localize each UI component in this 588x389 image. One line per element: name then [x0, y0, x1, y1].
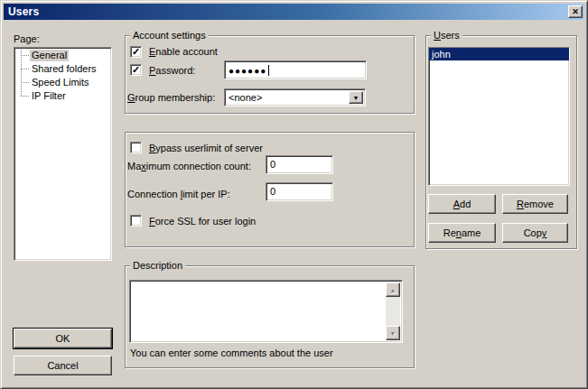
- dropdown-button[interactable]: ▼: [349, 91, 363, 104]
- password-label[interactable]: Password:: [149, 65, 195, 77]
- page-item-speed-limits[interactable]: Speed Limits: [16, 76, 109, 89]
- page-tree[interactable]: General Shared folders Speed Limits IP F…: [14, 47, 112, 261]
- description-hint: You can enter some comments about the us…: [130, 347, 333, 359]
- copy-button[interactable]: Copy: [502, 223, 568, 243]
- group-membership-select[interactable]: <none> ▼: [224, 88, 366, 107]
- max-connection-input[interactable]: 0: [266, 155, 333, 174]
- tree-item-label: General: [30, 50, 69, 61]
- max-connection-value: 0: [270, 159, 275, 171]
- check-icon: ✓: [132, 48, 140, 56]
- bypass-userlimit-checkbox[interactable]: [130, 142, 142, 153]
- password-input[interactable]: ●●●●●●: [224, 60, 367, 79]
- text-caret: [268, 65, 269, 76]
- page-item-general[interactable]: General: [16, 49, 109, 62]
- titlebar: Users ✕: [4, 4, 584, 20]
- password-checkbox[interactable]: ✓: [130, 64, 142, 76]
- password-masked-text: ●●●●●●: [229, 65, 266, 77]
- add-button[interactable]: Add: [428, 194, 496, 214]
- page-item-ip-filter[interactable]: IP Filter: [16, 89, 109, 103]
- close-button[interactable]: ✕: [568, 5, 583, 18]
- bypass-userlimit-label[interactable]: Bypass userlimit of server: [149, 143, 263, 154]
- close-icon: ✕: [572, 7, 579, 16]
- cancel-button[interactable]: Cancel: [14, 356, 112, 375]
- window-title: Users: [8, 5, 39, 18]
- enable-account-label[interactable]: Enable account: [149, 46, 218, 58]
- ip-limit-label: Connection limit per IP:: [127, 189, 230, 200]
- account-settings-title: Account settings: [130, 30, 209, 42]
- scroll-down-icon: ▼: [390, 330, 397, 337]
- chevron-down-icon: ▼: [353, 95, 359, 101]
- ip-limit-value: 0: [270, 186, 275, 198]
- scroll-up-button[interactable]: ▲: [386, 282, 400, 297]
- check-icon: ✓: [132, 66, 140, 74]
- remove-button[interactable]: Remove: [502, 194, 568, 214]
- force-ssl-label[interactable]: Force SSL for user login: [149, 216, 256, 227]
- force-ssl-checkbox[interactable]: [130, 215, 142, 227]
- page-label: Page:: [14, 33, 40, 45]
- tree-item-label: IP Filter: [30, 90, 68, 102]
- group-membership-value: <none>: [229, 92, 262, 104]
- list-item-john[interactable]: john: [429, 48, 569, 60]
- group-membership-label: Group membership:: [127, 92, 215, 104]
- tree-item-label: Shared folders: [30, 63, 98, 75]
- enable-account-checkbox[interactable]: ✓: [130, 46, 142, 58]
- ip-limit-input[interactable]: 0: [266, 182, 333, 201]
- users-title: Users: [431, 30, 462, 42]
- description-textarea[interactable]: ▲ ▼: [129, 280, 403, 343]
- scroll-down-button[interactable]: ▼: [386, 326, 400, 340]
- rename-button[interactable]: Rename: [428, 223, 496, 243]
- page-item-shared-folders[interactable]: Shared folders: [16, 62, 109, 76]
- scroll-up-icon: ▲: [390, 287, 397, 293]
- tree-item-label: Speed Limits: [30, 77, 91, 88]
- users-list[interactable]: john: [428, 47, 570, 186]
- users-dialog: Users ✕ Page: General Shared folders Spe…: [0, 0, 588, 389]
- description-title: Description: [130, 260, 185, 272]
- ok-button[interactable]: OK: [14, 329, 112, 348]
- description-scrollbar[interactable]: ▲ ▼: [386, 282, 400, 340]
- max-connection-label: Maximum connection count:: [127, 161, 251, 172]
